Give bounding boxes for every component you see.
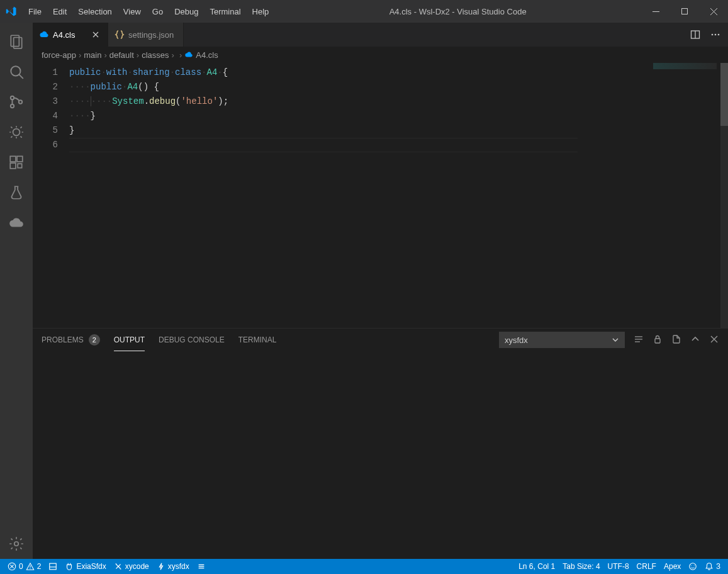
svg-point-19: [718, 34, 720, 36]
status-errors-warnings[interactable]: 0 2: [4, 559, 45, 574]
svg-rect-13: [18, 164, 21, 168]
code-area[interactable]: public·with·sharing·class·A4·{····public…: [69, 63, 650, 328]
menu-item-terminal[interactable]: Terminal: [204, 0, 246, 23]
main-area: A4.cls settings.json force-app›main›defa…: [0, 23, 728, 559]
status-layout-icon[interactable]: [45, 559, 61, 574]
cloud-icon[interactable]: [0, 208, 33, 238]
status-tab-size[interactable]: Tab Size: 4: [559, 559, 603, 574]
activity-bar: [0, 23, 33, 559]
svg-rect-12: [10, 163, 16, 169]
svg-point-18: [715, 34, 717, 36]
code-line[interactable]: public·with·sharing·class·A4·{: [69, 65, 650, 80]
status-feedback-icon[interactable]: [685, 559, 701, 574]
dropdown-value: xysfdx: [505, 335, 528, 345]
code-line[interactable]: ········System.debug('hello');: [69, 94, 650, 109]
maximize-button[interactable]: [670, 0, 699, 23]
editor-actions: [683, 23, 728, 47]
svg-point-4: [11, 66, 20, 76]
settings-gear-icon[interactable]: [0, 529, 33, 559]
debug-icon[interactable]: [0, 117, 33, 147]
svg-point-8: [19, 100, 22, 103]
status-cursor-position[interactable]: Ln 6, Col 1: [515, 559, 559, 574]
explorer-icon[interactable]: [0, 26, 33, 57]
panel-tab-label: TERMINAL: [238, 335, 277, 344]
svg-rect-27: [50, 563, 57, 570]
extensions-icon[interactable]: [0, 147, 33, 177]
breadcrumbs[interactable]: force-app›main›default›classes››A4.cls: [33, 47, 728, 63]
line-numbers: 123456: [33, 63, 69, 328]
scrollbar[interactable]: [719, 63, 728, 328]
breadcrumb-segment[interactable]: main: [84, 50, 101, 60]
code-line[interactable]: ····public·A4() {: [69, 80, 650, 94]
split-editor-icon[interactable]: [690, 30, 700, 40]
editor-group: A4.cls settings.json force-app›main›defa…: [33, 23, 728, 559]
panel-tab-output[interactable]: OUTPUT: [114, 329, 145, 351]
panel-tab-problems[interactable]: PROBLEMS 2: [42, 329, 100, 351]
testing-icon[interactable]: [0, 177, 33, 208]
breadcrumb-segment[interactable]: force-app: [42, 50, 76, 60]
chevron-down-icon: [612, 336, 619, 344]
code-editor[interactable]: 123456 public·with·sharing·class·A4·{···…: [33, 63, 728, 328]
panel-tab-label: OUTPUT: [114, 335, 145, 344]
breadcrumb-segment[interactable]: classes: [142, 50, 169, 60]
clear-output-icon[interactable]: [634, 334, 644, 346]
menu-item-view[interactable]: View: [118, 0, 147, 23]
tab-a4-cls[interactable]: A4.cls: [33, 23, 108, 47]
status-bar: 0 2 ExiaSfdx xycode xysfdx Ln 6, Col 1 T…: [0, 559, 728, 574]
code-line[interactable]: [69, 138, 650, 152]
search-icon[interactable]: [0, 57, 33, 87]
status-encoding[interactable]: UTF-8: [604, 559, 633, 574]
panel-tab-debug-console[interactable]: DEBUG CONSOLE: [159, 329, 225, 351]
status-ext-xysfdx[interactable]: xysfdx: [153, 559, 193, 574]
editor-tabs: A4.cls settings.json: [33, 23, 728, 47]
close-icon[interactable]: [90, 29, 101, 40]
chevron-right-icon: ›: [104, 50, 106, 60]
output-channel-dropdown[interactable]: xysfdx: [499, 332, 625, 348]
code-line[interactable]: }: [69, 123, 650, 138]
status-ext-xycode[interactable]: xycode: [110, 559, 153, 574]
svg-point-32: [690, 563, 697, 570]
menu-item-help[interactable]: Help: [247, 0, 275, 23]
menu-bar: FileEditSelectionViewGoDebugTerminalHelp: [23, 0, 274, 23]
status-ext-exiasfdx[interactable]: ExiaSfdx: [61, 559, 109, 574]
tab-settings-json[interactable]: settings.json: [108, 23, 184, 47]
panel-tab-label: PROBLEMS: [42, 335, 84, 344]
code-line[interactable]: ····}: [69, 109, 650, 123]
minimize-button[interactable]: [641, 0, 670, 23]
minimap[interactable]: [650, 63, 719, 328]
breadcrumb-segment[interactable]: default: [109, 50, 134, 60]
svg-point-17: [712, 34, 714, 36]
panel-tab-label: DEBUG CONSOLE: [159, 335, 225, 344]
status-eol[interactable]: CRLF: [633, 559, 660, 574]
svg-rect-1: [681, 8, 687, 14]
lock-scroll-icon[interactable]: [652, 334, 663, 346]
chevron-up-icon[interactable]: [690, 334, 700, 346]
window-title: A4.cls - Wsl-Dx2 - Visual Studio Code: [274, 7, 641, 16]
breadcrumb-segment[interactable]: A4.cls: [184, 50, 218, 60]
status-menu-icon[interactable]: [193, 559, 210, 574]
status-language[interactable]: Apex: [660, 559, 685, 574]
menu-item-file[interactable]: File: [23, 0, 47, 23]
more-icon[interactable]: [710, 30, 720, 40]
chevron-right-icon: ›: [179, 50, 182, 60]
svg-point-9: [13, 129, 20, 136]
tab-label: A4.cls: [53, 30, 75, 40]
menu-item-edit[interactable]: Edit: [47, 0, 72, 23]
close-button[interactable]: [699, 0, 728, 23]
chevron-right-icon: ›: [79, 50, 81, 60]
menu-item-selection[interactable]: Selection: [72, 0, 117, 23]
menu-item-debug[interactable]: Debug: [169, 0, 204, 23]
source-control-icon[interactable]: [0, 87, 33, 117]
panel-tab-terminal[interactable]: TERMINAL: [238, 329, 277, 351]
menu-item-go[interactable]: Go: [147, 0, 169, 23]
svg-point-6: [11, 96, 14, 99]
output-body[interactable]: [33, 351, 728, 559]
svg-rect-10: [10, 156, 16, 162]
open-file-icon[interactable]: [671, 334, 681, 346]
vscode-app-icon: [0, 0, 23, 23]
status-notifications[interactable]: 3: [701, 559, 724, 574]
chevron-right-icon: ›: [137, 50, 139, 60]
title-bar: FileEditSelectionViewGoDebugTerminalHelp…: [0, 0, 728, 23]
window-controls: [641, 0, 728, 23]
close-panel-icon[interactable]: [709, 334, 719, 346]
